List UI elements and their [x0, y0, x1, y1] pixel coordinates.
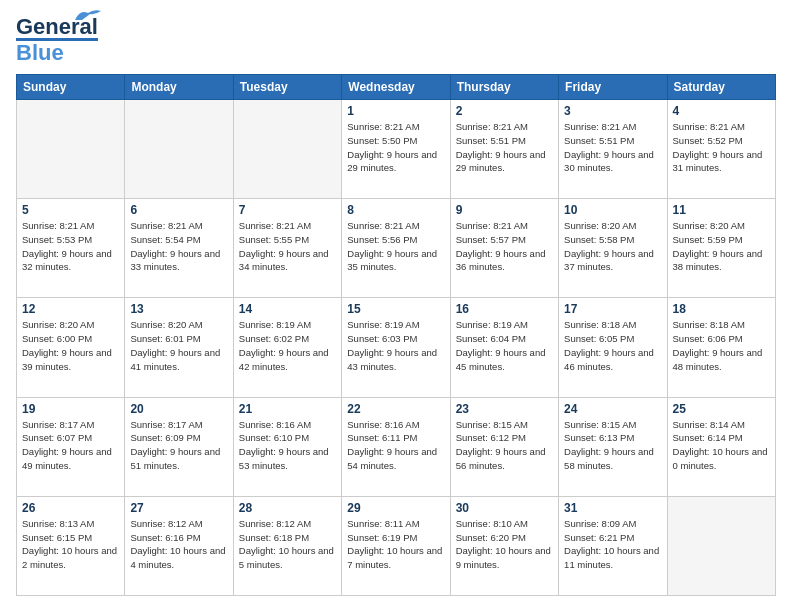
- calendar-cell: 22Sunrise: 8:16 AM Sunset: 6:11 PM Dayli…: [342, 397, 450, 496]
- calendar-week-row: 26Sunrise: 8:13 AM Sunset: 6:15 PM Dayli…: [17, 496, 776, 595]
- calendar-cell: 5Sunrise: 8:21 AM Sunset: 5:53 PM Daylig…: [17, 199, 125, 298]
- header: General Blue: [16, 16, 776, 64]
- day-detail: Sunrise: 8:16 AM Sunset: 6:10 PM Dayligh…: [239, 418, 336, 473]
- day-number: 5: [22, 203, 119, 217]
- calendar-day-header: Thursday: [450, 75, 558, 100]
- day-number: 26: [22, 501, 119, 515]
- day-detail: Sunrise: 8:19 AM Sunset: 6:02 PM Dayligh…: [239, 318, 336, 373]
- day-number: 25: [673, 402, 770, 416]
- day-detail: Sunrise: 8:21 AM Sunset: 5:56 PM Dayligh…: [347, 219, 444, 274]
- calendar-cell: 25Sunrise: 8:14 AM Sunset: 6:14 PM Dayli…: [667, 397, 775, 496]
- calendar-cell: [667, 496, 775, 595]
- day-detail: Sunrise: 8:21 AM Sunset: 5:50 PM Dayligh…: [347, 120, 444, 175]
- day-number: 27: [130, 501, 227, 515]
- calendar-header-row: SundayMondayTuesdayWednesdayThursdayFrid…: [17, 75, 776, 100]
- calendar-cell: 28Sunrise: 8:12 AM Sunset: 6:18 PM Dayli…: [233, 496, 341, 595]
- calendar-cell: 3Sunrise: 8:21 AM Sunset: 5:51 PM Daylig…: [559, 100, 667, 199]
- day-number: 28: [239, 501, 336, 515]
- calendar-cell: 16Sunrise: 8:19 AM Sunset: 6:04 PM Dayli…: [450, 298, 558, 397]
- day-number: 20: [130, 402, 227, 416]
- day-number: 30: [456, 501, 553, 515]
- day-number: 29: [347, 501, 444, 515]
- day-number: 1: [347, 104, 444, 118]
- calendar-cell: 4Sunrise: 8:21 AM Sunset: 5:52 PM Daylig…: [667, 100, 775, 199]
- calendar-cell: 1Sunrise: 8:21 AM Sunset: 5:50 PM Daylig…: [342, 100, 450, 199]
- day-number: 17: [564, 302, 661, 316]
- day-number: 24: [564, 402, 661, 416]
- calendar-cell: 26Sunrise: 8:13 AM Sunset: 6:15 PM Dayli…: [17, 496, 125, 595]
- calendar-table: SundayMondayTuesdayWednesdayThursdayFrid…: [16, 74, 776, 596]
- day-detail: Sunrise: 8:18 AM Sunset: 6:05 PM Dayligh…: [564, 318, 661, 373]
- day-detail: Sunrise: 8:20 AM Sunset: 5:58 PM Dayligh…: [564, 219, 661, 274]
- day-detail: Sunrise: 8:18 AM Sunset: 6:06 PM Dayligh…: [673, 318, 770, 373]
- calendar-cell: 13Sunrise: 8:20 AM Sunset: 6:01 PM Dayli…: [125, 298, 233, 397]
- day-detail: Sunrise: 8:14 AM Sunset: 6:14 PM Dayligh…: [673, 418, 770, 473]
- logo-bird-icon: [74, 8, 102, 24]
- day-detail: Sunrise: 8:13 AM Sunset: 6:15 PM Dayligh…: [22, 517, 119, 572]
- day-number: 18: [673, 302, 770, 316]
- day-detail: Sunrise: 8:12 AM Sunset: 6:16 PM Dayligh…: [130, 517, 227, 572]
- calendar-day-header: Sunday: [17, 75, 125, 100]
- calendar-week-row: 19Sunrise: 8:17 AM Sunset: 6:07 PM Dayli…: [17, 397, 776, 496]
- calendar-cell: [125, 100, 233, 199]
- day-detail: Sunrise: 8:21 AM Sunset: 5:53 PM Dayligh…: [22, 219, 119, 274]
- day-number: 13: [130, 302, 227, 316]
- day-detail: Sunrise: 8:21 AM Sunset: 5:57 PM Dayligh…: [456, 219, 553, 274]
- calendar-cell: 17Sunrise: 8:18 AM Sunset: 6:05 PM Dayli…: [559, 298, 667, 397]
- calendar-cell: 31Sunrise: 8:09 AM Sunset: 6:21 PM Dayli…: [559, 496, 667, 595]
- page: General Blue SundayMondayTuesdayWednesda…: [0, 0, 792, 612]
- calendar-cell: 27Sunrise: 8:12 AM Sunset: 6:16 PM Dayli…: [125, 496, 233, 595]
- calendar-cell: 7Sunrise: 8:21 AM Sunset: 5:55 PM Daylig…: [233, 199, 341, 298]
- calendar-week-row: 1Sunrise: 8:21 AM Sunset: 5:50 PM Daylig…: [17, 100, 776, 199]
- calendar-day-header: Friday: [559, 75, 667, 100]
- day-number: 31: [564, 501, 661, 515]
- calendar-cell: 2Sunrise: 8:21 AM Sunset: 5:51 PM Daylig…: [450, 100, 558, 199]
- day-detail: Sunrise: 8:21 AM Sunset: 5:51 PM Dayligh…: [564, 120, 661, 175]
- day-detail: Sunrise: 8:19 AM Sunset: 6:03 PM Dayligh…: [347, 318, 444, 373]
- day-number: 2: [456, 104, 553, 118]
- day-detail: Sunrise: 8:10 AM Sunset: 6:20 PM Dayligh…: [456, 517, 553, 572]
- calendar-week-row: 5Sunrise: 8:21 AM Sunset: 5:53 PM Daylig…: [17, 199, 776, 298]
- day-detail: Sunrise: 8:21 AM Sunset: 5:52 PM Dayligh…: [673, 120, 770, 175]
- logo-blue-text: Blue: [16, 38, 98, 64]
- calendar-day-header: Saturday: [667, 75, 775, 100]
- day-number: 11: [673, 203, 770, 217]
- day-number: 12: [22, 302, 119, 316]
- day-number: 14: [239, 302, 336, 316]
- calendar-day-header: Tuesday: [233, 75, 341, 100]
- day-detail: Sunrise: 8:19 AM Sunset: 6:04 PM Dayligh…: [456, 318, 553, 373]
- calendar-cell: [233, 100, 341, 199]
- calendar-cell: 21Sunrise: 8:16 AM Sunset: 6:10 PM Dayli…: [233, 397, 341, 496]
- day-detail: Sunrise: 8:20 AM Sunset: 6:01 PM Dayligh…: [130, 318, 227, 373]
- calendar-cell: 15Sunrise: 8:19 AM Sunset: 6:03 PM Dayli…: [342, 298, 450, 397]
- calendar-cell: 29Sunrise: 8:11 AM Sunset: 6:19 PM Dayli…: [342, 496, 450, 595]
- day-number: 8: [347, 203, 444, 217]
- day-detail: Sunrise: 8:20 AM Sunset: 5:59 PM Dayligh…: [673, 219, 770, 274]
- day-number: 9: [456, 203, 553, 217]
- day-number: 23: [456, 402, 553, 416]
- calendar-week-row: 12Sunrise: 8:20 AM Sunset: 6:00 PM Dayli…: [17, 298, 776, 397]
- day-detail: Sunrise: 8:21 AM Sunset: 5:54 PM Dayligh…: [130, 219, 227, 274]
- calendar-cell: 12Sunrise: 8:20 AM Sunset: 6:00 PM Dayli…: [17, 298, 125, 397]
- day-detail: Sunrise: 8:15 AM Sunset: 6:13 PM Dayligh…: [564, 418, 661, 473]
- day-detail: Sunrise: 8:17 AM Sunset: 6:07 PM Dayligh…: [22, 418, 119, 473]
- day-number: 19: [22, 402, 119, 416]
- logo-general-text: General: [16, 16, 98, 38]
- day-number: 21: [239, 402, 336, 416]
- calendar-cell: [17, 100, 125, 199]
- calendar-day-header: Wednesday: [342, 75, 450, 100]
- day-detail: Sunrise: 8:21 AM Sunset: 5:51 PM Dayligh…: [456, 120, 553, 175]
- day-detail: Sunrise: 8:11 AM Sunset: 6:19 PM Dayligh…: [347, 517, 444, 572]
- calendar-cell: 23Sunrise: 8:15 AM Sunset: 6:12 PM Dayli…: [450, 397, 558, 496]
- calendar-cell: 24Sunrise: 8:15 AM Sunset: 6:13 PM Dayli…: [559, 397, 667, 496]
- day-detail: Sunrise: 8:12 AM Sunset: 6:18 PM Dayligh…: [239, 517, 336, 572]
- day-number: 3: [564, 104, 661, 118]
- calendar-cell: 19Sunrise: 8:17 AM Sunset: 6:07 PM Dayli…: [17, 397, 125, 496]
- calendar-cell: 6Sunrise: 8:21 AM Sunset: 5:54 PM Daylig…: [125, 199, 233, 298]
- calendar-cell: 8Sunrise: 8:21 AM Sunset: 5:56 PM Daylig…: [342, 199, 450, 298]
- day-detail: Sunrise: 8:16 AM Sunset: 6:11 PM Dayligh…: [347, 418, 444, 473]
- calendar-cell: 20Sunrise: 8:17 AM Sunset: 6:09 PM Dayli…: [125, 397, 233, 496]
- day-number: 7: [239, 203, 336, 217]
- calendar-cell: 18Sunrise: 8:18 AM Sunset: 6:06 PM Dayli…: [667, 298, 775, 397]
- calendar-cell: 11Sunrise: 8:20 AM Sunset: 5:59 PM Dayli…: [667, 199, 775, 298]
